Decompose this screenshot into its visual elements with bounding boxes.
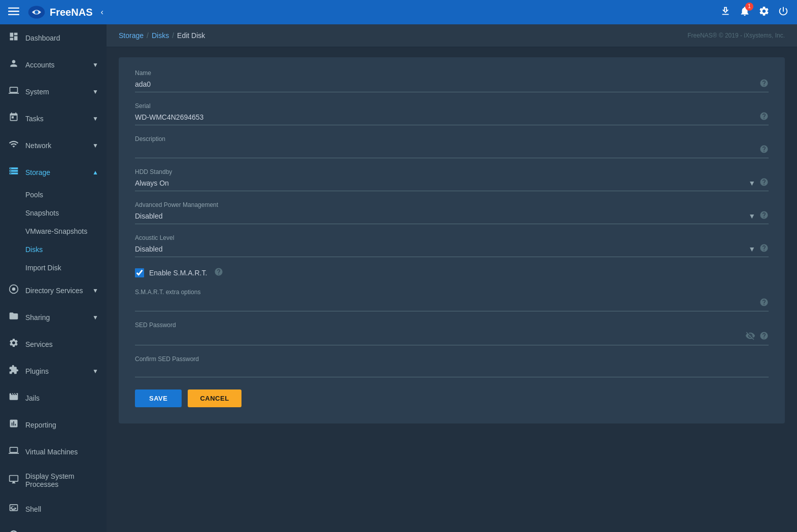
topbar: FreeNAS ‹ 1 xyxy=(0,0,797,24)
directory-services-arrow: ▼ xyxy=(92,287,98,294)
back-button[interactable]: ‹ xyxy=(100,8,103,17)
acoustic-level-select[interactable]: Disabled Minimum Medium Maximum xyxy=(135,244,744,254)
upload-icon[interactable] xyxy=(720,6,731,19)
description-label: Description xyxy=(135,135,769,143)
services-icon xyxy=(8,338,19,350)
settings-icon[interactable] xyxy=(758,6,770,19)
smart-extra-help-icon[interactable] xyxy=(759,298,769,309)
hdd-standby-field-group: HDD Standby Always On 5 10 20 ▼ xyxy=(135,168,769,191)
serial-help-icon[interactable] xyxy=(759,112,769,123)
sidebar-sub-pools[interactable]: Pools xyxy=(0,186,107,204)
sidebar-item-plugins[interactable]: Plugins ▼ xyxy=(0,358,107,384)
smart-extra-field-group: S.M.A.R.T. extra options xyxy=(135,289,769,311)
acoustic-level-help-icon[interactable] xyxy=(759,243,769,255)
network-icon xyxy=(8,139,19,152)
plugins-arrow: ▼ xyxy=(92,368,98,375)
save-button[interactable]: SAVE xyxy=(135,389,182,407)
sed-password-help-icon[interactable] xyxy=(759,331,769,342)
jails-icon xyxy=(8,392,19,404)
sidebar-label-directory-services: Directory Services xyxy=(25,287,83,295)
serial-input[interactable] xyxy=(135,112,755,122)
sidebar-sub-disks[interactable]: Disks xyxy=(0,240,107,259)
sed-password-visibility-toggle[interactable] xyxy=(745,331,755,343)
breadcrumb-disks[interactable]: Disks xyxy=(152,31,169,40)
sidebar-label-storage: Storage xyxy=(25,168,50,176)
sidebar-item-accounts[interactable]: Accounts ▼ xyxy=(0,51,107,78)
sidebar-label-reporting: Reporting xyxy=(25,421,56,429)
sidebar-item-storage[interactable]: Storage ▲ xyxy=(0,159,107,186)
sidebar-sub-vmware-snapshots[interactable]: VMware-Snapshots xyxy=(0,222,107,240)
sidebar-item-sharing[interactable]: Sharing ▼ xyxy=(0,304,107,331)
sidebar-label-snapshots: Snapshots xyxy=(25,209,59,217)
sidebar-item-guide[interactable]: Guide xyxy=(0,522,107,532)
hdd-standby-select[interactable]: Always On 5 10 20 xyxy=(135,178,744,188)
sidebar-sub-import-disk[interactable]: Import Disk xyxy=(0,259,107,277)
sidebar-label-dashboard: Dashboard xyxy=(25,34,60,42)
smart-extra-input[interactable] xyxy=(135,298,755,308)
directory-services-icon xyxy=(8,284,19,297)
sidebar-item-services[interactable]: Services xyxy=(0,331,107,358)
network-arrow: ▼ xyxy=(92,142,98,149)
smart-extra-label: S.M.A.R.T. extra options xyxy=(135,289,769,296)
notification-badge: 1 xyxy=(745,3,753,11)
dashboard-icon xyxy=(8,31,19,44)
breadcrumb-storage[interactable]: Storage xyxy=(119,31,144,40)
acoustic-level-field-group: Acoustic Level Disabled Minimum Medium M… xyxy=(135,234,769,257)
sidebar-item-dashboard[interactable]: Dashboard xyxy=(0,24,107,51)
power-icon[interactable] xyxy=(778,6,789,19)
enable-smart-checkbox[interactable] xyxy=(135,268,144,277)
shell-icon xyxy=(8,503,19,515)
sidebar-item-jails[interactable]: Jails xyxy=(0,384,107,411)
advanced-power-help-icon[interactable] xyxy=(759,210,769,222)
description-input[interactable] xyxy=(135,145,755,155)
app-logo: FreeNAS xyxy=(27,3,92,21)
sed-password-input[interactable] xyxy=(135,333,741,341)
hdd-standby-label: HDD Standby xyxy=(135,168,769,175)
sidebar-item-virtual-machines[interactable]: Virtual Machines xyxy=(0,438,107,465)
sidebar-item-shell[interactable]: Shell xyxy=(0,495,107,522)
name-help-icon[interactable] xyxy=(759,79,769,90)
sidebar-item-display-system-processes[interactable]: Display System Processes xyxy=(0,465,107,495)
cancel-button[interactable]: CANCEL xyxy=(188,389,241,407)
breadcrumb: Storage / Disks / Edit Disk xyxy=(119,31,205,40)
guide-icon xyxy=(8,529,19,532)
storage-icon xyxy=(8,166,19,179)
content-area: Storage / Disks / Edit Disk FreeNAS® © 2… xyxy=(107,24,797,532)
advanced-power-field-group: Advanced Power Management Disabled Level… xyxy=(135,201,769,224)
description-help-icon[interactable] xyxy=(759,145,769,156)
plugins-icon xyxy=(8,365,19,377)
breadcrumb-sep-1: / xyxy=(147,31,149,40)
notification-icon[interactable]: 1 xyxy=(739,6,750,19)
sidebar-item-reporting[interactable]: Reporting xyxy=(0,411,107,438)
sidebar-item-directory-services[interactable]: Directory Services ▼ xyxy=(0,277,107,304)
name-input[interactable] xyxy=(135,79,755,89)
sidebar-item-tasks[interactable]: Tasks ▼ xyxy=(0,105,107,132)
breadcrumb-sep-2: / xyxy=(172,31,174,40)
hamburger-menu[interactable] xyxy=(8,6,19,19)
sidebar-label-network: Network xyxy=(25,141,51,150)
sidebar-item-system[interactable]: System ▼ xyxy=(0,78,107,105)
sidebar-label-sharing: Sharing xyxy=(25,313,50,322)
svg-point-4 xyxy=(34,10,38,14)
confirm-sed-password-input[interactable] xyxy=(135,365,769,375)
sidebar-label-shell: Shell xyxy=(25,505,41,513)
sidebar-label-tasks: Tasks xyxy=(25,115,44,123)
hdd-standby-help-icon[interactable] xyxy=(759,178,769,189)
sidebar-label-import-disk: Import Disk xyxy=(25,264,61,272)
enable-smart-help-icon[interactable] xyxy=(214,267,223,278)
breadcrumb-edit-disk: Edit Disk xyxy=(177,31,205,40)
serial-label: Serial xyxy=(135,102,769,110)
sed-password-label: SED Password xyxy=(135,322,769,329)
sidebar-item-network[interactable]: Network ▼ xyxy=(0,132,107,159)
advanced-power-select[interactable]: Disabled Level 1 Level 64 Level 127 Leve… xyxy=(135,211,744,221)
sidebar-label-virtual-machines: Virtual Machines xyxy=(25,448,78,456)
sidebar-label-services: Services xyxy=(25,340,53,348)
storage-arrow: ▲ xyxy=(92,169,98,176)
sidebar-label-system: System xyxy=(25,88,49,96)
system-icon xyxy=(8,85,19,98)
form-buttons: SAVE CANCEL xyxy=(135,389,769,407)
enable-smart-label[interactable]: Enable S.M.A.R.T. xyxy=(149,269,207,277)
sidebar-sub-snapshots[interactable]: Snapshots xyxy=(0,204,107,222)
tasks-icon xyxy=(8,112,19,125)
sidebar-label-accounts: Accounts xyxy=(25,61,55,69)
